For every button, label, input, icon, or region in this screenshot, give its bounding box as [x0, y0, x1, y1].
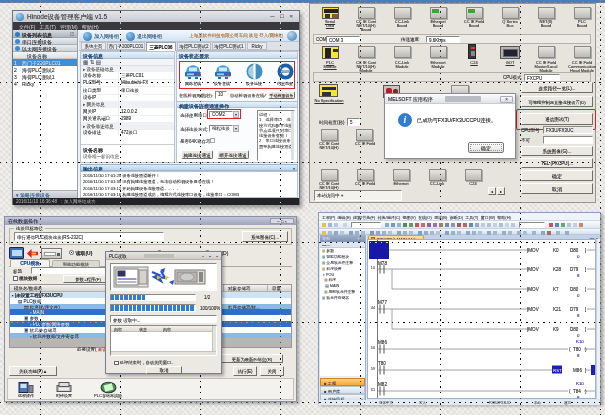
svg-text:): ): [585, 389, 587, 394]
svg-text:K28: K28: [553, 267, 562, 272]
svg-text:D80: D80: [570, 327, 579, 332]
svg-text:0: 0: [577, 333, 580, 338]
svg-text:(: (: [569, 347, 571, 352]
svg-text:]: ]: [585, 368, 586, 373]
svg-text:D79: D79: [570, 267, 579, 272]
svg-text:D79: D79: [570, 307, 579, 312]
svg-text:[MOV: [MOV: [527, 287, 540, 292]
svg-text:[MOV: [MOV: [527, 307, 540, 312]
svg-text:]: ]: [585, 307, 586, 312]
svg-text:D80: D80: [570, 287, 579, 292]
svg-text:RST: RST: [553, 368, 562, 373]
svg-text:0: 0: [577, 254, 580, 259]
svg-text:K9: K9: [553, 327, 559, 332]
svg-text:]: ]: [585, 287, 586, 292]
svg-text:[MOV: [MOV: [527, 248, 540, 253]
svg-text:K7: K7: [553, 287, 559, 292]
svg-text:]: ]: [585, 267, 586, 272]
svg-text:8: 8: [577, 353, 580, 358]
svg-text:D80: D80: [570, 248, 579, 253]
svg-text:(: (: [569, 389, 571, 394]
svg-text:M86: M86: [573, 368, 582, 373]
svg-text:i: i: [404, 114, 407, 125]
svg-text:M77: M77: [378, 300, 387, 305]
svg-text:M86: M86: [378, 340, 387, 345]
svg-text:K21: K21: [553, 307, 562, 312]
svg-text:K0: K0: [553, 248, 559, 253]
svg-text:): ): [585, 347, 587, 352]
svg-text:T80: T80: [573, 347, 581, 352]
svg-text:[MOV: [MOV: [527, 327, 540, 332]
svg-text:T80: T80: [378, 361, 386, 366]
svg-text:[MOV: [MOV: [527, 267, 540, 272]
svg-text:100%: 100%: [281, 70, 290, 74]
svg-text:M82: M82: [378, 382, 387, 387]
svg-text:K10: K10: [576, 381, 584, 386]
svg-text:0: 0: [577, 293, 580, 298]
svg-text:8: 8: [577, 273, 580, 278]
svg-text:M78: M78: [378, 261, 387, 266]
svg-text:T84: T84: [573, 389, 581, 394]
svg-text:8: 8: [577, 313, 580, 318]
svg-text:]: ]: [585, 248, 586, 253]
svg-text:K10: K10: [576, 339, 584, 344]
svg-text:8: 8: [577, 395, 580, 399]
svg-text:]: ]: [585, 327, 586, 332]
